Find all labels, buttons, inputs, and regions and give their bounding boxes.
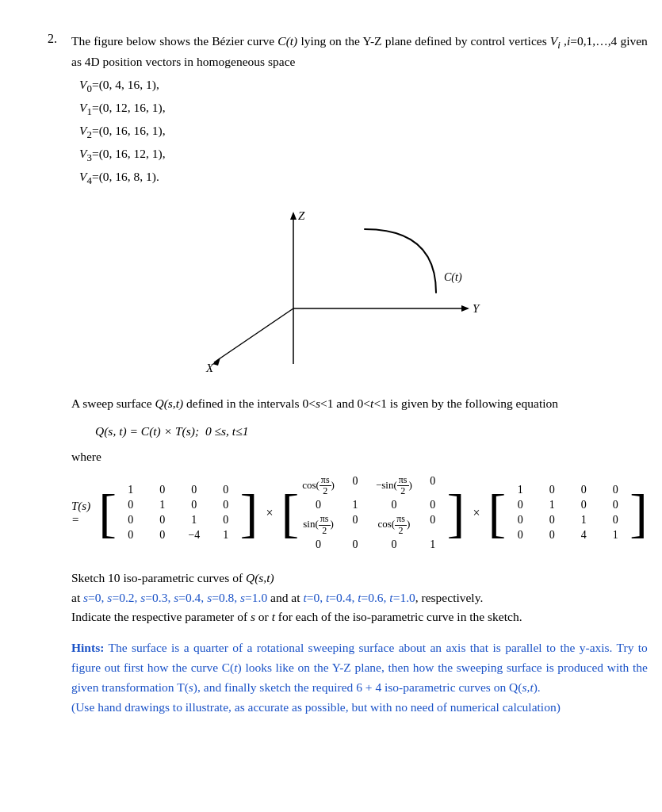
vertex-2: V2=(0, 16, 16, 1),	[79, 121, 648, 144]
bracket-right-1: ]	[240, 486, 258, 540]
vertex-0: V0=(0, 4, 16, 1),	[79, 75, 648, 98]
svg-text:X: X	[205, 362, 214, 374]
matrix-2-wrap: [ cos(πs2) 0 −sin(πs2) 0 0 1 0 0 sin(πs2…	[281, 472, 465, 554]
hint-section: Hints: The surface is a quarter of a rot…	[71, 638, 648, 717]
sketch-main-text: Sketch 10 iso-parametric curves of Q(s,t…	[71, 569, 648, 627]
times-1: ×	[266, 506, 274, 520]
main-equation: Q(s, t) = C(t) × T(s); 0 ≤s, t≤1	[95, 424, 648, 439]
problem-number: 2.	[48, 32, 65, 717]
sketch-section: Sketch 10 iso-parametric curves of Q(s,t…	[71, 569, 648, 718]
vertex-1: V1=(0, 12, 16, 1),	[79, 98, 648, 121]
axes-diagram: Z Y X C(t)	[135, 205, 531, 380]
where-label: where	[71, 450, 648, 464]
svg-marker-1	[290, 212, 297, 220]
problem-body: The figure below shows the Bézier curve …	[71, 32, 648, 717]
problem-intro: The figure below shows the Bézier curve …	[71, 32, 648, 71]
times-2: ×	[473, 506, 480, 520]
bracket-left-2: [	[281, 486, 300, 540]
problem-2: 2. The figure below shows the Bézier cur…	[48, 32, 622, 717]
diagram-area: Z Y X C(t)	[71, 205, 648, 380]
ts-label: T(s) =	[71, 500, 90, 527]
svg-text:Y: Y	[473, 302, 480, 315]
bracket-left-3: [	[488, 486, 507, 540]
matrix-3: 1000 0100 0010 0041	[506, 481, 629, 545]
matrix-3-wrap: [ 1000 0100 0010 0041 ]	[488, 481, 648, 545]
bracket-left-1: [	[98, 486, 117, 540]
svg-text:Z: Z	[298, 209, 305, 222]
vertex-3: V3=(0, 16, 12, 1),	[79, 144, 648, 167]
vertices-list: V0=(0, 4, 16, 1), V1=(0, 12, 16, 1), V2=…	[79, 75, 648, 190]
svg-text:C(t): C(t)	[444, 271, 462, 284]
vertex-4: V4=(0, 16, 8, 1).	[79, 167, 648, 190]
matrix-equation: T(s) = [ 1000 0100 0010 00−41 ] × [ cos(…	[71, 472, 648, 554]
matrix-2: cos(πs2) 0 −sin(πs2) 0 0 1 0 0 sin(πs2) …	[299, 472, 447, 554]
hint-text: Hints: The surface is a quarter of a rot…	[71, 638, 648, 717]
matrix-1-wrap: [ 1000 0100 0010 00−41 ]	[98, 481, 258, 545]
svg-marker-7	[212, 358, 220, 366]
matrix-1: 1000 0100 0010 00−41	[117, 481, 240, 545]
sweep-surface-text: A sweep surface Q(s,t) defined in the in…	[71, 394, 648, 413]
svg-line-6	[214, 308, 293, 362]
bracket-right-2: ]	[447, 486, 465, 540]
bracket-right-3: ]	[629, 486, 648, 540]
svg-marker-4	[461, 305, 469, 312]
